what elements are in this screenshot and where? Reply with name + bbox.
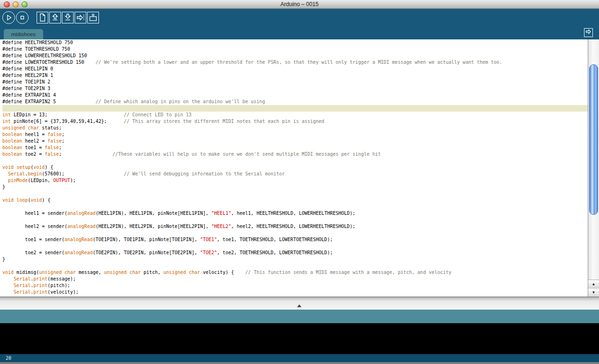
code-line[interactable]: void midimsg(unsigned char message, unsi… [2, 269, 599, 276]
code-line[interactable]: toe1 = sender(analogRead(TOE1PIN), TOE1P… [2, 236, 599, 243]
code-line[interactable]: #define TOE2PIN 3 [2, 85, 599, 92]
code-line[interactable]: void loop(void) { [2, 197, 599, 204]
tab-menu-button[interactable] [584, 28, 593, 37]
code-line[interactable]: #define EXTRAPIN1 4 [2, 92, 599, 99]
code-line[interactable]: pinMode(LEDpin, OUTPUT); [2, 177, 599, 184]
arduino-window: Arduino – 0015 midishoes [0, 0, 599, 364]
line-number-bar: 20 [0, 354, 599, 362]
verify-button[interactable] [2, 11, 15, 24]
console-output [0, 323, 599, 354]
traffic-lights [4, 1, 28, 8]
code-line[interactable]: void setup(void) { [2, 164, 599, 171]
code-line[interactable]: #define LOWERTOETHRESHOLD 150 // We're s… [2, 59, 599, 66]
code-line[interactable]: heel1 = sender(analogRead(HEEL1PIN), HEE… [2, 210, 599, 217]
code-line[interactable]: #define HEEL2PIN 1 [2, 72, 599, 79]
code-line[interactable]: #define TOE1PIN 2 [2, 79, 599, 85]
vertical-scrollbar[interactable]: ▲ ▼ [588, 39, 599, 296]
code-line[interactable] [2, 204, 599, 210]
minimize-button[interactable] [13, 1, 19, 8]
code-line[interactable]: boolean toe2 = false; //These variables … [2, 151, 599, 158]
scrollbar-thumb[interactable] [589, 64, 598, 215]
code-line[interactable] [2, 263, 599, 269]
status-message-area [0, 296, 599, 310]
code-line[interactable]: Serial.begin(57600); // We'll send debug… [2, 171, 599, 177]
toolbar [0, 9, 599, 26]
tab-midishoes[interactable]: midishoes [4, 29, 43, 39]
code-line[interactable]: heel2 = sender(analogRead(HEEL2PIN), HEE… [2, 223, 599, 230]
code-line[interactable]: #define LOWERHEELTHRESHOLD 150 [2, 53, 599, 59]
code-line[interactable]: boolean heel1 = false; [2, 131, 599, 138]
code-line[interactable]: unsigned char status; [2, 125, 599, 131]
code-line[interactable] [2, 190, 599, 197]
code-line[interactable]: Serial.print(velocity); [2, 289, 599, 296]
tabbar: midishoes [0, 26, 599, 39]
code-line[interactable] [2, 105, 599, 112]
triangle-down-icon: ▼ [592, 290, 596, 295]
code-line[interactable]: #define HEEL1PIN 0 [2, 66, 599, 72]
open-button[interactable] [49, 12, 61, 23]
current-line-number: 20 [6, 356, 11, 361]
titlebar: Arduino – 0015 [0, 0, 599, 9]
code-line[interactable]: toe2 = sender(analogRead(TOE2PIN), TOE2P… [2, 250, 599, 256]
code-line[interactable]: boolean heel2 = false; [2, 138, 599, 144]
window-title: Arduino – 0015 [0, 1, 599, 8]
scrollbar-buttons: ▲ ▼ [588, 280, 599, 296]
code-line[interactable]: Serial.print(message); [2, 276, 599, 282]
serial-monitor-button[interactable] [87, 12, 99, 23]
code-line[interactable]: #define HEELTHRESHOLD 750 [2, 39, 599, 46]
code-editor[interactable]: #define HEELTHRESHOLD 750#define TOETHRE… [0, 39, 599, 296]
arrow-down-icon [62, 12, 73, 23]
console-resize-handle[interactable] [297, 304, 302, 307]
zoom-button[interactable] [22, 1, 28, 8]
code-line[interactable] [2, 243, 599, 250]
code-line[interactable]: int pinNote[6] = {37,39,40,59,41,42}; //… [2, 118, 599, 125]
stop-button[interactable] [16, 11, 29, 24]
scroll-up-button[interactable]: ▲ [588, 280, 599, 288]
upload-button[interactable] [75, 12, 86, 23]
new-sketch-button[interactable] [37, 12, 48, 23]
code-line[interactable]: boolean toe1 = false; [2, 144, 599, 151]
code-line[interactable]: Serial.print(pitch); [2, 282, 599, 289]
page-icon [37, 12, 48, 23]
stop-icon [16, 12, 28, 23]
status-strip [0, 310, 599, 323]
arrow-up-icon [50, 12, 61, 23]
code-lines[interactable]: #define HEELTHRESHOLD 750#define TOETHRE… [0, 39, 599, 296]
window-bottom-edge [0, 362, 599, 364]
code-line[interactable]: #define TOETHRESHOLD 750 [2, 46, 599, 53]
code-line[interactable]: #define EXTRAPIN2 5 // Define which anal… [2, 99, 599, 105]
save-button[interactable] [62, 12, 74, 23]
code-line[interactable]: } [2, 256, 599, 263]
code-line[interactable]: int LEDpin = 13; // Connect LED to pin 1… [2, 112, 599, 118]
arrow-right-dotted-icon [75, 12, 86, 23]
code-line[interactable] [2, 158, 599, 164]
arrow-right-box-icon [584, 28, 592, 38]
play-icon [3, 12, 15, 23]
tab-label: midishoes [11, 31, 36, 37]
scroll-down-button[interactable]: ▼ [588, 288, 599, 296]
code-line[interactable] [2, 230, 599, 236]
close-button[interactable] [4, 1, 10, 8]
monitor-antenna-icon [88, 12, 99, 23]
code-line[interactable]: } [2, 184, 599, 190]
code-line[interactable] [2, 217, 599, 223]
triangle-up-icon: ▲ [592, 282, 596, 286]
